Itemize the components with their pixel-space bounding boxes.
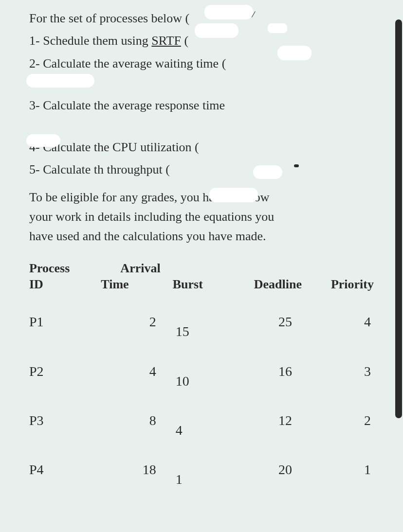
cell-arrival: 4 — [101, 361, 173, 382]
item-5-prefix: 5- — [29, 162, 43, 177]
cell-arrival: 8 — [101, 410, 173, 431]
item-5-text: Calculate th throughput ( — [43, 162, 170, 177]
table-row: P2 4 10 16 3 — [29, 361, 374, 391]
cell-deadline: 12 — [235, 410, 321, 431]
item-3-text: Calculate the average response time — [43, 98, 225, 112]
note-line-1: To be eligible for any grades, you have … — [29, 188, 374, 207]
item-1-post: ( — [181, 34, 188, 48]
table-row: P3 8 4 12 2 — [29, 410, 374, 441]
item-4: 4- Calculate the CPU utilization ( — [29, 138, 374, 157]
cell-burst: 4 — [173, 410, 235, 441]
item-2-prefix: 2- — [29, 56, 43, 71]
redaction-mark — [268, 23, 287, 33]
item-3: 3- Calculate the average response time — [29, 96, 374, 115]
cell-deadline: 16 — [235, 361, 321, 382]
header-arrival-l2: Time — [101, 276, 172, 293]
item-2: 2- Calculate the average waiting time ( — [29, 54, 374, 73]
redaction-mark — [253, 165, 282, 179]
header-id: ID — [29, 276, 101, 293]
cell-deadline: 20 — [235, 459, 321, 480]
cell-burst: 15 — [173, 311, 235, 342]
header-deadline-text: Deadline — [235, 276, 302, 293]
redaction-mark — [204, 5, 253, 19]
cell-id: P1 — [29, 311, 101, 332]
item-3-prefix: 3- — [29, 98, 43, 112]
srtf-link[interactable]: SRTF — [151, 34, 181, 48]
cell-id: P4 — [29, 459, 101, 480]
cell-priority: 3 — [321, 361, 374, 382]
redaction-mark — [209, 188, 258, 202]
cell-burst: 1 — [173, 459, 235, 490]
scrollbar-thumb[interactable] — [395, 19, 402, 418]
cell-priority: 4 — [321, 311, 374, 332]
item-1-pre: Schedule them using — [43, 34, 151, 48]
redaction-mark — [277, 46, 311, 60]
cell-arrival: 18 — [101, 459, 173, 480]
process-table: Process ID Arrival Time Burst Deadline P… — [29, 260, 374, 490]
header-priority: Priority — [321, 260, 374, 293]
header-deadline: Deadline — [235, 260, 321, 293]
header-process-id: Process ID — [29, 260, 101, 293]
cell-arrival: 2 — [101, 311, 173, 332]
item-1-prefix: 1- — [29, 34, 43, 48]
cell-priority: 2 — [321, 410, 374, 431]
scrollbar-track[interactable] — [393, 0, 403, 532]
table-row: P4 18 1 20 1 — [29, 459, 374, 490]
item-5: 5- Calculate th throughput ( — [29, 160, 374, 179]
cell-id: P2 — [29, 361, 101, 382]
cell-burst: 10 — [173, 361, 235, 391]
cell-priority: 1 — [321, 459, 374, 480]
header-arrival: Arrival Time — [101, 260, 172, 293]
note-line-3: have used and the calculations you have … — [29, 227, 374, 246]
header-process: Process — [29, 260, 101, 277]
cell-deadline: 25 — [235, 311, 321, 332]
cell-id: P3 — [29, 410, 101, 431]
grading-note: To be eligible for any grades, you have … — [29, 188, 374, 247]
redaction-mark — [195, 23, 238, 38]
redaction-mark — [26, 74, 94, 88]
table-row: P1 2 15 25 4 — [29, 311, 374, 342]
header-priority-text: Priority — [321, 276, 374, 293]
table-header: Process ID Arrival Time Burst Deadline P… — [29, 260, 374, 293]
item-4-text: Calculate the CPU utilization ( — [43, 140, 199, 154]
stray-dot — [294, 164, 299, 167]
header-burst-text: Burst — [173, 276, 235, 293]
note-line-2: your work in details including the equat… — [29, 207, 374, 227]
redaction-mark — [26, 134, 60, 147]
item-2-text: Calculate the average waiting time ( — [43, 56, 226, 71]
header-arrival-l1: Arrival — [120, 260, 192, 277]
